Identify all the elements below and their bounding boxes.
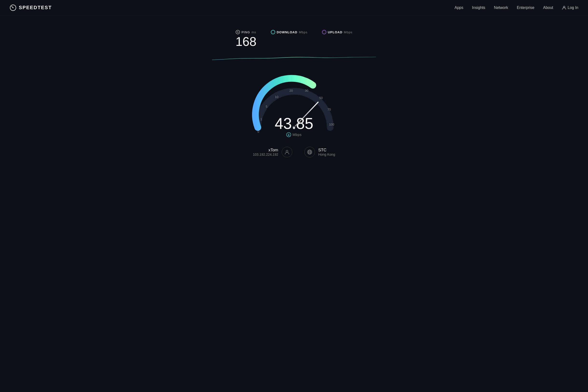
logo[interactable]: SPEEDTEST [10, 4, 52, 11]
gauge-unit-row: Mbps [275, 132, 313, 137]
login-button[interactable]: Log In [562, 6, 578, 10]
user-icon [562, 6, 566, 10]
globe-icon [307, 150, 312, 155]
gauge-unit-label: Mbps [293, 133, 302, 136]
logo-text: SPEEDTEST [19, 5, 52, 10]
host-ip: 103.192.224.192 [253, 152, 278, 156]
svg-text:100: 100 [329, 122, 334, 126]
info-row: xTom 103.192.224.192 [253, 147, 335, 158]
server-name: STC [318, 148, 335, 152]
nav-enterprise[interactable]: Enterprise [517, 6, 535, 10]
svg-text:0: 0 [257, 130, 259, 134]
download-label: ↓ DOWNLOAD Mbps [271, 30, 307, 34]
nav-network[interactable]: Network [494, 6, 508, 10]
nav-insights[interactable]: Insights [472, 6, 485, 10]
download-icon: ↓ [271, 30, 275, 34]
svg-point-16 [286, 150, 288, 152]
svg-text:20: 20 [290, 89, 293, 92]
speedtest-logo-icon [10, 4, 16, 11]
svg-text:75: 75 [327, 108, 331, 111]
host-icon [282, 147, 292, 158]
svg-text:50: 50 [319, 96, 323, 100]
download-circle-icon [286, 132, 291, 137]
ping-metric: ↻ PING ms 168 [235, 30, 256, 48]
ping-icon: ↻ [236, 30, 240, 34]
svg-point-1 [12, 7, 13, 8]
person-icon [284, 150, 290, 155]
gauge-value-display: 43.85 Mbps [275, 116, 313, 137]
svg-text:5: 5 [266, 105, 267, 108]
nav-apps[interactable]: Apps [454, 6, 463, 10]
ping-label: ↻ PING ms [236, 30, 256, 34]
host-info: xTom 103.192.224.192 [253, 147, 292, 158]
server-location: Hong Kong [318, 152, 335, 156]
upload-label: ↑ UPLOAD Mbps [322, 30, 353, 34]
upload-metric: ↑ UPLOAD Mbps [322, 30, 353, 35]
upload-icon: ↑ [322, 30, 326, 34]
nav-links: Apps Insights Network Enterprise About L… [454, 6, 578, 10]
gauge-number: 43.85 [275, 116, 313, 131]
ping-value: 168 [235, 35, 256, 48]
metrics-row: ↻ PING ms 168 ↓ DOWNLOAD Mbps ↑ UPLOAD M… [235, 30, 352, 48]
download-metric: ↓ DOWNLOAD Mbps [271, 30, 307, 35]
svg-text:30: 30 [305, 89, 308, 92]
host-name: xTom [253, 148, 278, 152]
main-content: ↻ PING ms 168 ↓ DOWNLOAD Mbps ↑ UPLOAD M… [0, 16, 588, 158]
login-label: Log In [568, 6, 578, 10]
svg-text:10: 10 [275, 95, 278, 99]
gauge-container: 0 1 5 10 20 30 50 75 100 [243, 62, 345, 140]
server-icon [304, 147, 315, 158]
navbar: SPEEDTEST Apps Insights Network Enterpri… [0, 0, 588, 16]
svg-text:1: 1 [260, 117, 262, 121]
nav-about[interactable]: About [543, 6, 553, 10]
server-info: STC Hong Kong [304, 147, 335, 158]
